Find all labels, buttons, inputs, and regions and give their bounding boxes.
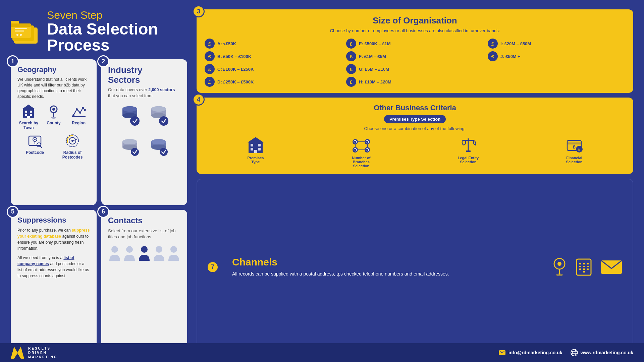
svg-rect-97 (583, 266, 585, 267)
step7-content: Channels All records can be supplied wit… (232, 256, 541, 278)
step3-title: Size of Organisation (205, 15, 625, 26)
footer-logo-line3: MARKETING (28, 355, 58, 359)
business-icons-row: PremisesType (203, 136, 627, 168)
pound-b: £ (205, 51, 215, 61)
geo-item-town: Search byTown (17, 103, 40, 130)
svg-point-24 (72, 114, 74, 116)
step2-title: IndustrySectors (108, 65, 180, 84)
band-h: £ H: £10M – £20M (346, 77, 484, 87)
step1-title: Geography (17, 65, 90, 74)
step6-description: Select from our extensive list of job ti… (108, 228, 180, 240)
step7-description: All records can be supplied with a posta… (232, 270, 541, 278)
person2-icon (123, 245, 136, 262)
step4-center: Other Business Criteria Premises Type Se… (203, 104, 627, 136)
footer-left: RESULTS DRIVEN MARKETING (11, 346, 58, 359)
svg-line-31 (40, 146, 42, 147)
footer: RESULTS DRIVEN MARKETING info@rdmarketin… (0, 343, 644, 362)
pound-c: £ (205, 64, 215, 74)
footer-logo-line1: RESULTS (28, 346, 58, 351)
svg-point-44 (151, 106, 166, 112)
svg-rect-5 (15, 28, 27, 29)
svg-rect-64 (251, 148, 253, 150)
svg-point-40 (130, 116, 140, 126)
location-icon (551, 257, 568, 277)
footer-website-text: www.rdmarketing.co.uk (581, 350, 633, 355)
geo-item-region: Region (67, 103, 90, 130)
turnover-grid: £ A: <£50K £ E: £500K – £1M £ I: £20M – … (205, 39, 625, 87)
svg-point-22 (82, 107, 84, 109)
step2-badge: 2 (97, 55, 109, 67)
footer-logo-line2: DRIVEN (28, 351, 58, 355)
step4-subtitle: Choose one or a combination of any of th… (364, 126, 466, 131)
svg-point-28 (34, 139, 36, 140)
svg-point-7 (16, 34, 18, 36)
step5-card: 5 Suppressions Prior to any purchase, we… (11, 210, 97, 355)
person1-icon (109, 245, 121, 262)
biz-premises: PremisesType (247, 136, 265, 164)
channel-icons (551, 257, 623, 277)
header-subtitle: Seven Step (47, 9, 192, 21)
svg-rect-12 (25, 114, 27, 116)
band-h-label: H: £10M – £20M (359, 79, 391, 84)
svg-rect-99 (579, 268, 581, 270)
header-title: Data Selection Process (47, 21, 192, 53)
svg-point-56 (111, 246, 118, 253)
postcode-icon (27, 133, 43, 149)
svg-rect-98 (587, 266, 589, 267)
geo-label-town: Search byTown (19, 121, 38, 130)
branches-icon (351, 136, 371, 154)
pound-g: £ (346, 64, 356, 74)
pound-i: £ (488, 39, 498, 49)
svg-point-20 (76, 108, 78, 110)
band-j-label: J: £50M + (500, 54, 520, 59)
biz-financial-label: FinancialSelection (566, 156, 583, 164)
geo-item-postcode: Postcode (17, 133, 52, 160)
step1-card: 1 Geography We understand that not all c… (11, 59, 97, 205)
premises-badge: Premises Type Selection (384, 115, 446, 123)
person4-icon (153, 245, 165, 262)
svg-marker-67 (248, 137, 264, 142)
svg-rect-63 (258, 144, 261, 146)
svg-marker-104 (11, 347, 24, 359)
svg-point-23 (84, 109, 86, 111)
database2-icon (147, 104, 170, 127)
building-icon (20, 103, 37, 119)
svg-point-39 (122, 106, 137, 112)
biz-branches-label: Number ofBranchesSelection (352, 156, 370, 168)
legal-icon (459, 136, 477, 154)
svg-point-106 (571, 349, 578, 356)
person3-icon (138, 245, 150, 262)
step4-card: 4 Other Business Criteria Premises Type … (197, 98, 633, 174)
pound-a: £ (205, 39, 215, 49)
band-i: £ I: £20M – £50M (488, 39, 625, 49)
band-f: £ F: £1M – £5M (346, 51, 484, 61)
geo-label-region: Region (72, 121, 86, 125)
pound-h: £ (346, 77, 356, 87)
band-e: £ E: £500K – £1M (346, 39, 484, 49)
company-names-highlight: list of company names (17, 255, 74, 266)
step6-card: 6 Contacts Select from our extensive lis… (101, 210, 187, 355)
band-c: £ C: £100K – £250K (205, 64, 342, 74)
svg-rect-102 (583, 271, 585, 273)
database3-icon (118, 132, 142, 156)
step6-title: Contacts (108, 216, 180, 225)
svg-rect-66 (254, 150, 257, 153)
band-d-label: D: £250K – £500K (217, 79, 254, 84)
biz-legal-label: Legal EntitySelection (458, 156, 479, 164)
band-i-label: I: £20M – £50M (500, 41, 531, 46)
svg-point-59 (156, 246, 162, 253)
premises-icon (247, 136, 265, 154)
footer-website: www.rdmarketing.co.uk (571, 349, 633, 356)
step4-badge: 4 (193, 94, 205, 106)
step5-badge: 5 (7, 206, 19, 218)
region-icon (71, 103, 87, 119)
svg-point-70 (365, 139, 370, 144)
step5-para1: Prior to any purchase, we can suppress y… (17, 227, 90, 251)
svg-text:£: £ (578, 147, 580, 151)
svg-point-72 (353, 147, 358, 153)
person5-icon (168, 245, 180, 262)
svg-point-58 (141, 246, 148, 253)
geo-grid-top: Search byTown County (17, 103, 90, 130)
svg-rect-6 (15, 31, 24, 32)
database4-icon (147, 132, 170, 156)
